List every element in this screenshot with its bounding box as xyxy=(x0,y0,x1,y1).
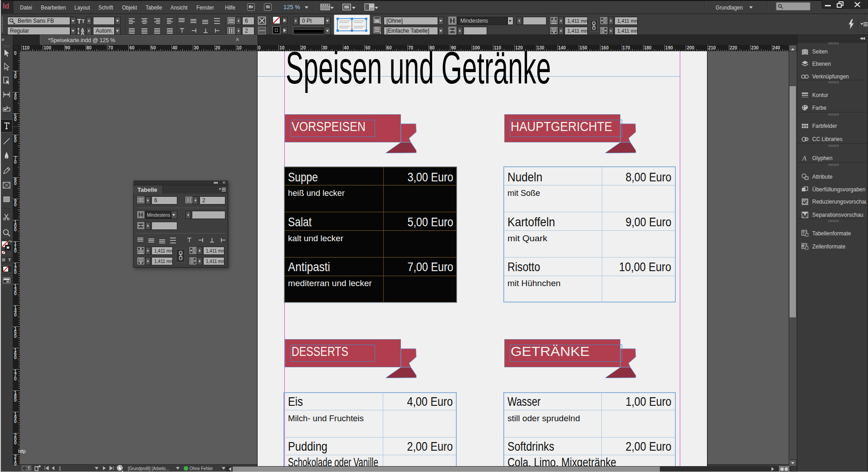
svg-text:A: A xyxy=(802,155,807,162)
